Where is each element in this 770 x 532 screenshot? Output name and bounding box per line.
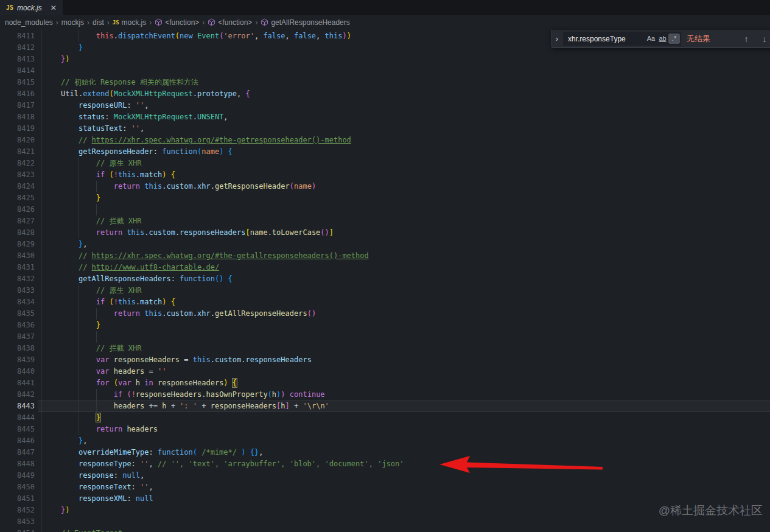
code-line[interactable]: 8452}): [0, 505, 770, 516]
code-line[interactable]: 8443 headers += h + ': ' + responseHeade…: [0, 401, 770, 412]
indent-guide: [79, 354, 79, 366]
indent-guide: [96, 181, 97, 192]
breadcrumb-item-mockjs[interactable]: mockjs: [61, 18, 84, 27]
code-line[interactable]: 8428 return this.custom.responseHeaders[…: [0, 227, 770, 239]
indent-guide: [79, 285, 79, 296]
code-editor[interactable]: 8411 this.dispatchEvent(new Event('error…: [0, 29, 770, 532]
code-line[interactable]: 8414: [0, 65, 770, 77]
code-line[interactable]: 8433 // 原生 XHR: [0, 285, 770, 296]
code-line[interactable]: 8445 return headers: [0, 424, 770, 435]
breadcrumb: node_modules›mockjs›dist›JSmock.js›<func…: [0, 15, 770, 29]
code-text: status: MockXMLHttpRequest.UNSENT,: [61, 111, 228, 123]
breadcrumb-item-dist[interactable]: dist: [93, 18, 104, 27]
line-number: 8430: [0, 250, 35, 262]
code-line[interactable]: 8454// EventTarget: [0, 528, 770, 532]
match-case-toggle[interactable]: Aa: [645, 33, 657, 44]
breadcrumb-label: <function>: [165, 18, 199, 27]
code-line[interactable]: 8451 responseXML: null: [0, 493, 770, 505]
code-text: // 原生 XHR: [61, 158, 141, 169]
code-line[interactable]: 8418 status: MockXMLHttpRequest.UNSENT,: [0, 111, 770, 123]
code-text: responseURL: '',: [61, 100, 149, 111]
line-number: 8411: [0, 30, 35, 42]
code-line[interactable]: 8429 },: [0, 239, 770, 250]
code-line[interactable]: 8434 if (!this.match) {: [0, 296, 770, 308]
indent-guide: [79, 296, 79, 308]
code-line[interactable]: 8425 }: [0, 192, 770, 204]
code-line[interactable]: 8415// 初始化 Response 相关的属性和方法: [0, 77, 770, 88]
breadcrumb-item-getallresponseheaders[interactable]: getAllResponseHeaders: [261, 18, 349, 27]
line-number: 8418: [0, 111, 35, 123]
code-line[interactable]: 8427 // 拦截 XHR: [0, 215, 770, 227]
code-text: headers += h + ': ' + responseHeaders[h]…: [61, 401, 329, 412]
line-number: 8444: [0, 412, 35, 424]
line-number: 8420: [0, 135, 35, 146]
code-text: // 拦截 XHR: [61, 343, 141, 354]
code-line[interactable]: 8441 for (var h in responseHeaders) {: [0, 377, 770, 389]
code-line[interactable]: 8446 },: [0, 435, 770, 447]
code-text: },: [61, 435, 87, 447]
toggle-replace-chevron-icon[interactable]: ›: [552, 30, 562, 47]
code-line[interactable]: 8435 return this.custom.xhr.getAllRespon…: [0, 308, 770, 320]
code-line[interactable]: 8417 responseURL: '',: [0, 100, 770, 111]
line-number: 8438: [0, 343, 35, 354]
code-line[interactable]: 8416Util.extend(MockXMLHttpRequest.proto…: [0, 88, 770, 100]
code-text: return this.custom.xhr.getAllResponseHea…: [61, 308, 316, 320]
code-text: overrideMimeType: function( /*mime*/ ) {…: [61, 447, 263, 458]
line-number: 8415: [0, 77, 35, 88]
breadcrumb-label: mock.js: [122, 18, 147, 27]
find-previous-button[interactable]: ↑: [740, 30, 753, 48]
code-line[interactable]: 8430 // https://xhr.spec.whatwg.org/#the…: [0, 250, 770, 262]
code-line[interactable]: 8413}): [0, 54, 770, 65]
breadcrumb-item-node-modules[interactable]: node_modules: [5, 18, 53, 27]
indent-guide: [79, 308, 79, 320]
code-line[interactable]: 8450 responseText: '',: [0, 481, 770, 493]
code-line[interactable]: 8453: [0, 516, 770, 528]
watermark-text: @稀土掘金技术社区: [659, 503, 763, 519]
code-line[interactable]: 8426: [0, 204, 770, 215]
code-line[interactable]: 8444 }: [0, 412, 770, 424]
code-line[interactable]: 8440 var headers = '': [0, 366, 770, 377]
code-line[interactable]: 8439 var responseHeaders = this.custom.r…: [0, 354, 770, 366]
indent-guide: [79, 377, 79, 389]
indent-guide: [79, 331, 79, 343]
find-next-button[interactable]: ↓: [758, 30, 770, 48]
line-number: 8425: [0, 192, 35, 204]
close-tab-icon[interactable]: ✕: [51, 4, 57, 12]
line-number: 8424: [0, 181, 35, 192]
breadcrumb-item--function-[interactable]: <function>: [155, 18, 199, 27]
code-line[interactable]: 8421 getResponseHeader: function(name) {: [0, 146, 770, 158]
code-line[interactable]: 8420 // https://xhr.spec.whatwg.org/#the…: [0, 135, 770, 146]
line-number: 8446: [0, 435, 35, 447]
find-input[interactable]: [567, 34, 645, 44]
breadcrumb-item--function-[interactable]: <function>: [208, 18, 252, 27]
breadcrumb-label: getAllResponseHeaders: [271, 18, 349, 27]
code-line[interactable]: 8422 // 原生 XHR: [0, 158, 770, 169]
breadcrumb-item-mock-js[interactable]: JSmock.js: [113, 18, 147, 27]
code-line[interactable]: 8447 overrideMimeType: function( /*mime*…: [0, 447, 770, 458]
line-number: 8448: [0, 458, 35, 470]
code-line[interactable]: 8449 response: null,: [0, 470, 770, 481]
code-line[interactable]: 8448 responseType: '', // '', 'text', 'a…: [0, 458, 770, 470]
code-text: for (var h in responseHeaders) {: [61, 377, 237, 389]
tab-mock-js[interactable]: JS mock.js ✕: [0, 0, 63, 15]
indent-guide: [79, 424, 79, 435]
find-results-count: 无结果: [687, 30, 710, 48]
code-line[interactable]: 8438 // 拦截 XHR: [0, 343, 770, 354]
tab-title: mock.js: [17, 4, 42, 12]
code-line[interactable]: 8442 if (!responseHeaders.hasOwnProperty…: [0, 389, 770, 401]
code-line[interactable]: 8424 return this.custom.xhr.getResponseH…: [0, 181, 770, 192]
code-line[interactable]: 8432 getAllResponseHeaders: function() {: [0, 273, 770, 285]
code-text: return this.custom.responseHeaders[name.…: [61, 227, 334, 239]
regex-toggle[interactable]: .*: [668, 33, 680, 44]
indent-guide: [79, 181, 79, 192]
breadcrumb-label: dist: [93, 18, 104, 27]
code-line[interactable]: 8431 // http://www.utf8-chartable.de/: [0, 262, 770, 273]
code-line[interactable]: 8419 statusText: '',: [0, 123, 770, 135]
code-line[interactable]: 8423 if (!this.match) {: [0, 169, 770, 181]
line-number: 8414: [0, 65, 35, 77]
code-line[interactable]: 8436 }: [0, 320, 770, 331]
whole-word-toggle[interactable]: ab: [657, 33, 668, 44]
code-text: },: [61, 239, 87, 250]
code-line[interactable]: 8437: [0, 331, 770, 343]
find-input-box[interactable]: Aa ab .*: [563, 32, 681, 46]
